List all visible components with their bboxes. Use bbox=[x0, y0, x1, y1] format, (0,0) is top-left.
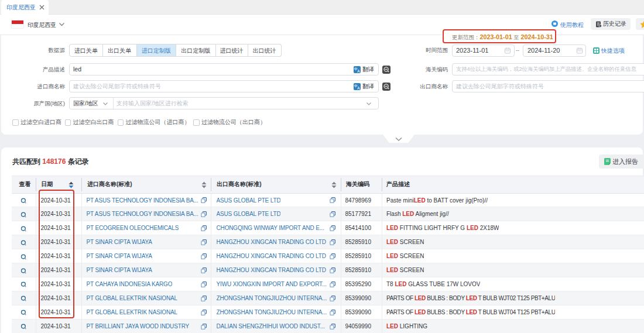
svg-text:A: A bbox=[357, 85, 360, 90]
svg-text:A: A bbox=[357, 68, 360, 73]
